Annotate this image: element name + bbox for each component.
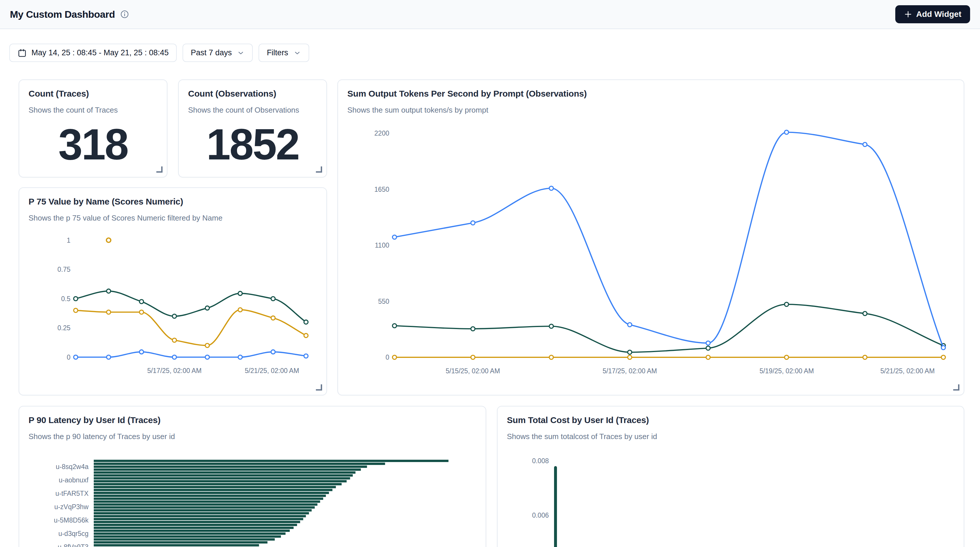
range-preset-label: Past 7 days — [191, 48, 232, 57]
svg-text:550: 550 — [378, 298, 389, 305]
svg-text:5/15/25, 02:00 AM: 5/15/25, 02:00 AM — [446, 367, 500, 375]
page-title: My Custom Dashboard — [10, 9, 115, 20]
card-p90-chart: P 90 Latency by User Id (Traces) Shows t… — [19, 406, 486, 547]
page-header: My Custom Dashboard Add Widget — [0, 0, 980, 29]
dashboard-page: { "header": { "title": "My Custom Dashbo… — [0, 0, 980, 547]
resize-handle-icon[interactable] — [315, 384, 322, 391]
plus-icon — [904, 10, 912, 18]
p90-bar-chart[interactable]: u-8sq2w4au-aobnuxfu-tFAR5TXu-zVqP3hwu-5M… — [19, 406, 486, 547]
card-count-observations: Count (Observations) Shows the count of … — [178, 79, 327, 178]
svg-text:u-zVqP3hw: u-zVqP3hw — [54, 503, 89, 511]
svg-text:5/17/25, 02:00 AM: 5/17/25, 02:00 AM — [147, 367, 202, 374]
svg-text:0: 0 — [385, 354, 389, 361]
chevron-down-icon — [293, 49, 301, 57]
svg-text:5/21/25, 02:00 AM: 5/21/25, 02:00 AM — [245, 367, 299, 374]
date-range-button[interactable]: May 14, 25 : 08:45 - May 21, 25 : 08:45 — [9, 44, 177, 62]
svg-text:0.25: 0.25 — [57, 324, 70, 332]
svg-text:0.5: 0.5 — [61, 295, 70, 303]
card-count-traces: Count (Traces) Shows the count of Traces… — [19, 79, 167, 178]
svg-text:u-8sq2w4a: u-8sq2w4a — [56, 463, 89, 471]
svg-text:5/21/25, 02:00 AM: 5/21/25, 02:00 AM — [880, 367, 935, 375]
svg-text:u-d3qr5cg: u-d3qr5cg — [58, 530, 89, 537]
svg-text:u-tFAR5TX: u-tFAR5TX — [55, 490, 89, 497]
chevron-down-icon — [237, 49, 245, 57]
cost-bar-chart[interactable]: 0.0080.006 — [498, 406, 964, 547]
p75-line-chart[interactable]: 00.250.50.7515/17/25, 02:00 AM5/21/25, 0… — [19, 188, 327, 395]
kpi-value: 318 — [58, 119, 127, 170]
tokens-line-chart[interactable]: 05501100165022005/15/25, 02:00 AM5/17/25… — [338, 80, 964, 395]
resize-handle-icon[interactable] — [953, 384, 959, 391]
svg-text:0.008: 0.008 — [532, 457, 549, 465]
toolbar: May 14, 25 : 08:45 - May 21, 25 : 08:45 … — [9, 44, 309, 62]
date-range-label: May 14, 25 : 08:45 - May 21, 25 : 08:45 — [32, 48, 169, 57]
svg-text:5/17/25, 02:00 AM: 5/17/25, 02:00 AM — [603, 367, 657, 375]
svg-text:1650: 1650 — [374, 186, 389, 193]
resize-handle-icon[interactable] — [315, 166, 322, 173]
filters-label: Filters — [267, 48, 288, 57]
svg-text:u-8fVa9T3: u-8fVa9T3 — [58, 543, 89, 547]
svg-text:0: 0 — [67, 354, 70, 361]
svg-text:1100: 1100 — [375, 241, 389, 249]
info-icon[interactable] — [120, 10, 129, 19]
add-widget-label: Add Widget — [916, 10, 961, 19]
card-cost-chart: Sum Total Cost by User Id (Traces) Shows… — [497, 406, 964, 547]
svg-text:1: 1 — [67, 236, 70, 244]
add-widget-button[interactable]: Add Widget — [895, 5, 970, 23]
svg-text:u-5M8D56k: u-5M8D56k — [54, 517, 89, 524]
svg-text:2200: 2200 — [374, 130, 389, 137]
range-preset-dropdown[interactable]: Past 7 days — [183, 44, 253, 62]
card-p75-chart: P 75 Value by Name (Scores Numeric) Show… — [19, 187, 327, 395]
svg-text:0.75: 0.75 — [57, 266, 70, 273]
svg-text:0.006: 0.006 — [532, 512, 549, 519]
resize-handle-icon[interactable] — [156, 166, 163, 173]
kpi-value: 1852 — [207, 119, 299, 170]
calendar-icon — [18, 48, 27, 58]
svg-text:u-aobnuxf: u-aobnuxf — [59, 476, 89, 484]
filters-dropdown[interactable]: Filters — [259, 44, 309, 62]
svg-text:5/19/25, 02:00 AM: 5/19/25, 02:00 AM — [760, 367, 814, 375]
card-tokens-chart: Sum Output Tokens Per Second by Prompt (… — [337, 79, 964, 395]
